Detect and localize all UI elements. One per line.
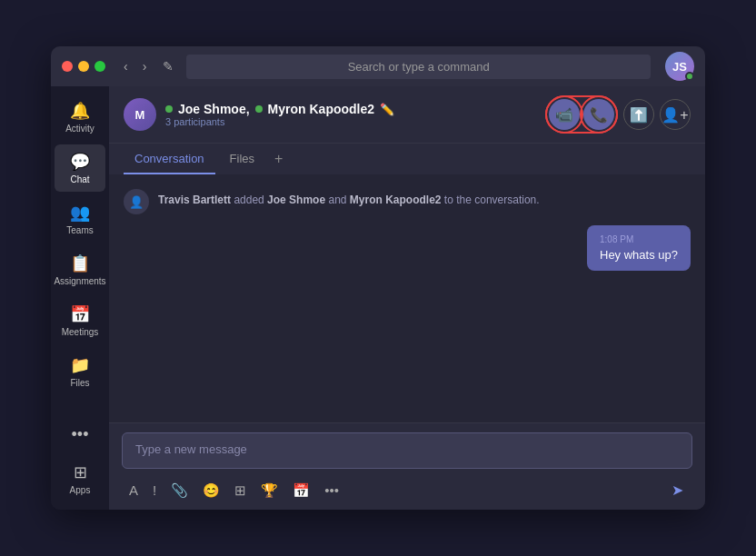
chat-title-name2: Myron Kapoodle2: [268, 102, 374, 116]
add-people-icon: 👤+: [662, 106, 688, 124]
sidebar-item-meetings[interactable]: 📅 Meetings: [55, 297, 105, 344]
schedule-button[interactable]: 📅: [289, 481, 313, 501]
system-msg-middle: and: [328, 194, 349, 206]
sidebar: 🔔 Activity 💬 Chat 👥 Teams 📋 Assignments …: [51, 86, 109, 510]
chat-avatar: M: [124, 98, 156, 131]
messages-list: 👤 Travis Bartlett added Joe Shmoe and My…: [109, 174, 705, 422]
chat-actions: 📹 📞 ⬆️ 👤+: [545, 95, 691, 134]
message-bubble: 1:08 PM Hey whats up?: [587, 225, 691, 271]
assignments-icon: 📋: [70, 253, 90, 273]
audio-call-button[interactable]: 📞: [583, 99, 614, 130]
titlebar: ‹ › ✎ JS: [51, 46, 705, 86]
system-msg-name1: Joe Shmoe: [267, 194, 325, 206]
minimize-button[interactable]: [78, 61, 89, 72]
teams-icon: 👥: [70, 203, 90, 223]
screen-share-button[interactable]: ⬆️: [623, 99, 654, 130]
system-message-icon: 👤: [124, 189, 149, 214]
format-text-button[interactable]: A: [125, 481, 142, 500]
add-tab-button[interactable]: +: [269, 144, 288, 174]
sidebar-item-label-files: Files: [70, 378, 89, 388]
important-button[interactable]: !: [149, 481, 160, 500]
message-type-button[interactable]: ⊞: [231, 481, 250, 501]
system-msg-before: added: [234, 194, 267, 206]
sidebar-item-files[interactable]: 📁 Files: [55, 348, 105, 395]
message-input[interactable]: [122, 432, 692, 469]
online-status-badge: [685, 72, 694, 81]
chat-panel: M Joe Shmoe, Myron Kapoodle2 ✏️ 3 partic…: [109, 86, 705, 510]
sidebar-item-activity[interactable]: 🔔 Activity: [55, 94, 105, 141]
activity-icon: 🔔: [70, 101, 90, 121]
sidebar-item-label-teams: Teams: [66, 225, 93, 235]
toolbar: A ! 📎 😊 ⊞ 🏆 📅 ••• ➤: [122, 480, 692, 501]
sidebar-item-label-assignments: Assignments: [54, 276, 105, 286]
sidebar-item-label-apps: Apps: [70, 485, 91, 495]
chat-tabs: Conversation Files +: [109, 144, 705, 174]
online-indicator: [165, 105, 173, 113]
video-icon: 📹: [555, 106, 573, 124]
system-message: 👤 Travis Bartlett added Joe Shmoe and My…: [124, 189, 691, 214]
chat-header: M Joe Shmoe, Myron Kapoodle2 ✏️ 3 partic…: [109, 86, 705, 144]
chat-title-name1: Joe Shmoe,: [178, 102, 250, 116]
video-call-button[interactable]: 📹: [549, 99, 580, 130]
search-input[interactable]: [186, 55, 651, 79]
input-area: A ! 📎 😊 ⊞ 🏆 📅 ••• ➤: [109, 422, 705, 510]
sidebar-item-assignments[interactable]: 📋 Assignments: [55, 246, 105, 293]
apps-icon: ⊞: [74, 462, 87, 482]
message-time: 1:08 PM: [600, 234, 678, 244]
chat-icon: 💬: [70, 152, 90, 172]
back-button[interactable]: ‹: [120, 57, 132, 75]
main-content: 🔔 Activity 💬 Chat 👥 Teams 📋 Assignments …: [51, 86, 705, 510]
edit-title-icon[interactable]: ✏️: [380, 103, 394, 116]
sidebar-item-label-activity: Activity: [65, 124, 94, 134]
system-msg-after: to the conversation.: [444, 194, 540, 206]
call-buttons-highlight: 📹 📞: [545, 95, 618, 134]
traffic-lights: [62, 61, 105, 72]
chat-title: Joe Shmoe, Myron Kapoodle2 ✏️: [165, 102, 536, 116]
sidebar-item-teams[interactable]: 👥 Teams: [55, 195, 105, 243]
online-indicator-2: [255, 105, 263, 113]
files-icon: 📁: [70, 355, 90, 375]
sidebar-item-label-meetings: Meetings: [62, 327, 99, 337]
maximize-button[interactable]: [94, 61, 105, 72]
system-message-text: Travis Bartlett added Joe Shmoe and Myro…: [158, 189, 540, 208]
app-window: ‹ › ✎ JS 🔔 Activity 💬 Chat 👥 Teams �: [51, 46, 705, 510]
phone-icon: 📞: [590, 106, 608, 124]
praise-button[interactable]: 🏆: [257, 481, 282, 501]
more-icon: •••: [72, 425, 89, 444]
add-people-button[interactable]: 👤+: [660, 99, 691, 130]
compose-button[interactable]: ✎: [157, 57, 179, 75]
system-msg-name2: Myron Kapoodle2: [350, 194, 442, 206]
more-options-button[interactable]: •••: [321, 481, 343, 500]
screen-share-icon: ⬆️: [630, 106, 648, 124]
forward-button[interactable]: ›: [139, 57, 151, 75]
meetings-icon: 📅: [70, 304, 90, 324]
tab-files[interactable]: Files: [219, 144, 265, 174]
sidebar-item-chat[interactable]: 💬 Chat: [55, 144, 105, 192]
message-text: Hey whats up?: [600, 248, 678, 262]
attach-button[interactable]: 📎: [167, 481, 192, 501]
emoji-button[interactable]: 😊: [199, 481, 224, 501]
close-button[interactable]: [62, 61, 73, 72]
system-msg-author: Travis Bartlett: [158, 194, 231, 206]
user-avatar-container: JS: [665, 52, 694, 81]
send-button[interactable]: ➤: [666, 480, 689, 501]
chat-header-info: Joe Shmoe, Myron Kapoodle2 ✏️ 3 particip…: [165, 102, 536, 127]
sidebar-item-label-chat: Chat: [70, 174, 89, 184]
chat-participants: 3 participants: [165, 116, 536, 127]
tab-conversation[interactable]: Conversation: [124, 144, 215, 174]
sidebar-more-button[interactable]: •••: [68, 418, 93, 452]
sidebar-item-apps[interactable]: ⊞ Apps: [55, 455, 105, 502]
